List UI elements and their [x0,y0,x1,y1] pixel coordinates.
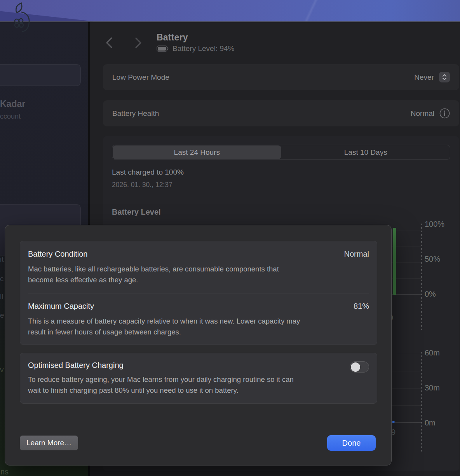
battery-icon [157,46,169,52]
chart-baseline [392,422,422,423]
apple-doodle-icon [7,1,38,37]
sidebar-search-input[interactable] [0,64,81,86]
low-power-mode-row: Low Power Mode Never [103,64,459,90]
time-range-segmented-control: Last 24 Hours Last 10 Days [112,145,450,160]
low-power-mode-popup[interactable]: Never [414,72,450,82]
last-charged-timestamp: 2026. 01. 30., 12:37 [112,181,172,189]
chart-gridline [392,388,422,388]
sidebar-item-fragment: ns [0,467,9,476]
battery-condition-description: Mac batteries, like all rechargeable bat… [28,264,284,285]
y-axis-label: 0m [425,418,436,427]
page-title: Battery [157,32,188,43]
chart-gridline [392,371,422,371]
battery-level-bar [393,228,396,295]
battery-condition-title: Battery Condition [28,250,87,259]
chart-gridline [392,405,422,406]
maximum-capacity-value: 81% [354,302,369,311]
segment-last-24-hours[interactable]: Last 24 Hours [113,145,281,159]
maximum-capacity-description: This is a measure of battery capacity re… [28,316,304,338]
sidebar-account-subtitle[interactable]: ccount [0,112,21,121]
popup-stepper-icon [439,72,450,82]
chevron-left-icon [104,36,115,49]
battery-health-dialog: Battery Condition Normal Mac batteries, … [5,225,392,466]
optimised-charging-description: To reduce battery ageing, your Mac learn… [28,374,304,396]
learn-more-button[interactable]: Learn More… [20,436,78,450]
optimised-charging-title: Optimised Battery Charging [28,361,124,370]
chart-now-marker [421,352,422,452]
forward-button[interactable] [132,36,144,49]
sidebar-item-fragment: it [0,255,4,264]
chart-now-marker [421,224,422,330]
battery-level-status: Battery Level: 94% [172,44,234,53]
y-axis-label: 100% [425,220,444,229]
usage-data-dot [392,421,395,423]
last-charged-title: Last charged to 100% [112,168,184,177]
info-icon[interactable] [439,108,450,119]
y-axis-label: 30m [425,383,440,392]
y-axis-label: 50% [425,255,440,264]
sidebar-item-fragment: v [0,366,4,374]
toggle-knob [351,362,360,372]
optimised-charging-toggle[interactable] [350,361,369,373]
low-power-mode-label: Low Power Mode [112,73,169,82]
chart-gridline [392,354,422,354]
segment-last-10-days[interactable]: Last 10 Days [282,145,450,159]
battery-health-row: Battery Health Normal [103,100,459,126]
sidebar-account-name[interactable]: Kadar [0,99,25,109]
y-axis-label: 0% [425,290,436,299]
optimised-charging-section: Optimised Battery Charging To reduce bat… [20,353,377,404]
system-settings-screen: Kadar ccount it c ll e v ns Battery [0,0,460,476]
battery-health-label: Battery Health [112,109,159,118]
chevron-right-icon [132,36,144,49]
back-button[interactable] [104,36,115,49]
battery-level-chart-heading: Battery Level [112,208,161,217]
y-axis-label: 60m [425,348,440,357]
low-power-mode-value: Never [414,73,434,82]
sidebar-item-fragment: e [0,311,4,320]
battery-condition-value: Normal [344,250,369,259]
maximum-capacity-title: Maximum Capacity [28,302,94,311]
section-divider [28,294,369,294]
sidebar-item-fragment: c [0,275,4,283]
x-axis-tick: 9 [391,428,396,437]
sidebar-item-fragment: ll [0,292,3,301]
done-button[interactable]: Done [327,435,376,451]
battery-health-value: Normal [411,109,434,118]
battery-condition-section: Battery Condition Normal Mac batteries, … [20,241,377,345]
wallpaper-streak [288,0,334,22]
desktop-wallpaper [0,0,460,22]
